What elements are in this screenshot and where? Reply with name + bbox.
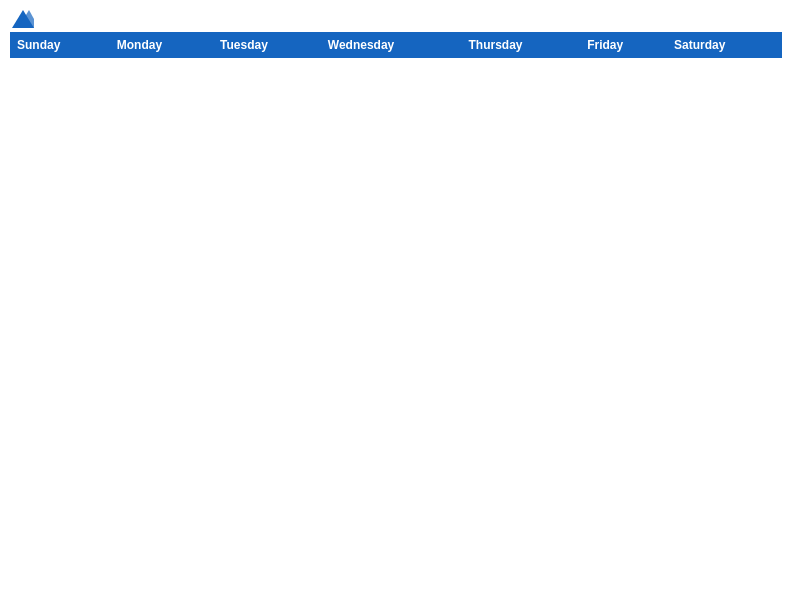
calendar-header-row: Sunday Monday Tuesday Wednesday Thursday… (11, 33, 782, 58)
header (10, 10, 782, 24)
page: Sunday Monday Tuesday Wednesday Thursday… (0, 0, 792, 612)
col-sunday: Sunday (11, 33, 111, 58)
calendar-table: Sunday Monday Tuesday Wednesday Thursday… (10, 32, 782, 58)
col-tuesday: Tuesday (214, 33, 322, 58)
col-friday: Friday (581, 33, 668, 58)
logo-icon (12, 10, 34, 28)
col-wednesday: Wednesday (321, 33, 462, 58)
col-thursday: Thursday (462, 33, 581, 58)
logo (10, 10, 34, 24)
col-saturday: Saturday (667, 33, 781, 58)
col-monday: Monday (110, 33, 213, 58)
